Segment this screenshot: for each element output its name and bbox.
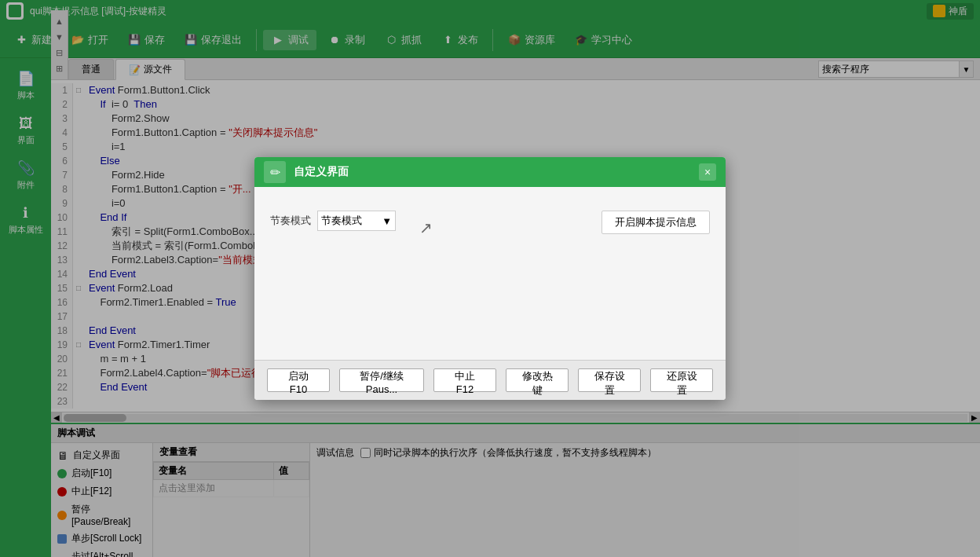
modal-dialog: ✏ 自定义界面 × 节奏模式 节奏模式 ▼ ↗ 开启脚本提示信息 启动F10 暂 [254,157,726,400]
modal-select-value: 节奏模式 [321,214,362,228]
footer-btn-save-settings[interactable]: 保存设置 [578,368,641,392]
modal-select[interactable]: 节奏模式 ▼ [317,211,396,231]
modal-header-icon: ✏ [264,161,286,183]
cursor-area: ↗ [419,218,443,242]
modal-right-section: 开启脚本提示信息 [602,211,710,234]
footer-btn-stop[interactable]: 中止F12 [433,368,496,392]
modal-overlay[interactable]: ✏ 自定义界面 × 节奏模式 节奏模式 ▼ ↗ 开启脚本提示信息 启动F10 暂 [0,0,980,557]
footer-btn-pause[interactable]: 暂停/继续Paus... [339,368,424,392]
modal-left-section: 节奏模式 节奏模式 ▼ [270,211,396,231]
cursor-icon: ↗ [419,219,433,236]
modal-title: 自定义界面 [294,165,699,179]
footer-btn-start[interactable]: 启动F10 [267,368,330,392]
modal-start-button[interactable]: 开启脚本提示信息 [602,211,710,234]
footer-btn-hotkey[interactable]: 修改热键 [506,368,569,392]
modal-select-label: 节奏模式 [270,214,311,228]
modal-select-arrow: ▼ [382,215,392,227]
modal-footer: 启动F10 暂停/继续Paus... 中止F12 修改热键 保存设置 还原设置 [254,360,726,400]
modal-header: ✏ 自定义界面 × [254,157,726,187]
modal-close-button[interactable]: × [699,163,716,181]
footer-btn-restore[interactable]: 还原设置 [650,368,713,392]
modal-body: 节奏模式 节奏模式 ▼ ↗ 开启脚本提示信息 [254,187,726,360]
